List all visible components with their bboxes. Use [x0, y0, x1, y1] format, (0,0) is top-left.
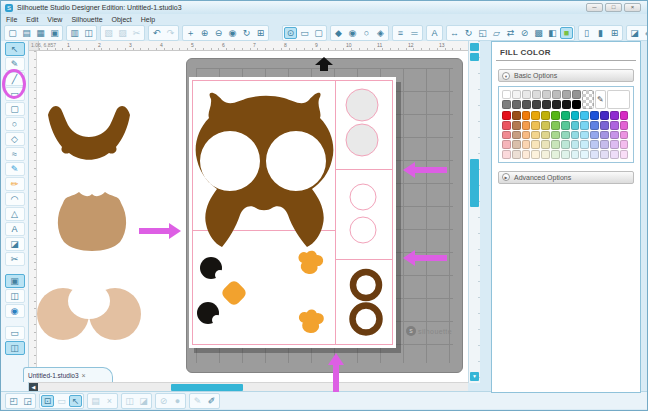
- color-swatch[interactable]: [610, 150, 619, 159]
- color-swatch[interactable]: [561, 140, 570, 149]
- eye-pupil-shapes[interactable]: [197, 257, 225, 325]
- color-swatch[interactable]: [551, 150, 560, 159]
- color-swatch[interactable]: [551, 111, 560, 120]
- eraser-tool-button[interactable]: ◪: [5, 237, 25, 251]
- color-swatch[interactable]: [620, 111, 629, 120]
- owl-collar-shape[interactable]: [48, 106, 130, 160]
- curve-tool-button[interactable]: ≈: [5, 147, 25, 161]
- paste-button[interactable]: ▨: [116, 27, 129, 39]
- select-mode-button[interactable]: ↖: [69, 395, 82, 407]
- modify-button[interactable]: ⊘: [518, 27, 531, 39]
- pan-button[interactable]: ＋: [184, 27, 197, 39]
- trace-button[interactable]: ▩: [532, 27, 545, 39]
- sphere-tool-button[interactable]: ◉: [346, 27, 359, 39]
- zoom-selection-button[interactable]: ◉: [226, 27, 239, 39]
- color-swatch[interactable]: [512, 140, 521, 149]
- vertical-scrollbar-thumb[interactable]: [470, 159, 479, 207]
- color-swatch[interactable]: [580, 121, 589, 130]
- menu-item-file[interactable]: File: [6, 16, 17, 23]
- save-as-button[interactable]: ▣: [48, 27, 61, 39]
- color-swatch[interactable]: [580, 150, 589, 159]
- transform-button[interactable]: ↔: [448, 27, 461, 39]
- owl-wings-shape[interactable]: [37, 283, 141, 340]
- color-swatch[interactable]: [561, 111, 570, 120]
- fill-color-button[interactable]: ■: [560, 27, 573, 39]
- color-swatch[interactable]: [512, 90, 521, 99]
- color-swatch[interactable]: [571, 121, 580, 130]
- color-swatch[interactable]: [542, 90, 551, 99]
- eraser-toolbar-button[interactable]: ◪: [628, 27, 641, 39]
- duplicate-button[interactable]: ▤: [89, 395, 102, 407]
- weld-button[interactable]: ⊘: [157, 395, 170, 407]
- rounded-rectangle-tool-button[interactable]: ▢: [5, 102, 25, 116]
- line-tool-button[interactable]: ╱: [5, 72, 25, 86]
- color-swatch[interactable]: [571, 150, 580, 159]
- attach-tool-button[interactable]: ✐: [205, 395, 218, 407]
- color-swatch[interactable]: [552, 90, 561, 99]
- color-swatch[interactable]: [561, 121, 570, 130]
- color-swatch[interactable]: [531, 131, 540, 140]
- color-swatch[interactable]: [502, 100, 511, 109]
- eye-backing-circles[interactable]: [350, 184, 376, 243]
- color-swatch[interactable]: [600, 150, 609, 159]
- polygon-tool-button[interactable]: ◇: [5, 132, 25, 146]
- mirror-button[interactable]: ⇄: [504, 27, 517, 39]
- color-swatch[interactable]: [522, 131, 531, 140]
- zoom-out-button[interactable]: ⊖: [212, 27, 225, 39]
- no-fill-swatch[interactable]: [607, 90, 630, 109]
- vertical-scrollbar[interactable]: ▼: [468, 41, 480, 383]
- color-swatch[interactable]: [522, 111, 531, 120]
- color-swatch[interactable]: [512, 131, 521, 140]
- fit-to-page-button[interactable]: ⊞: [254, 27, 267, 39]
- menu-item-object[interactable]: Object: [112, 16, 132, 23]
- color-swatch[interactable]: [571, 140, 580, 149]
- color-swatch[interactable]: [522, 140, 531, 149]
- shear-button[interactable]: ▱: [490, 27, 503, 39]
- open-document-button[interactable]: ▤: [20, 27, 33, 39]
- color-swatch[interactable]: [561, 131, 570, 140]
- color-swatch[interactable]: [600, 111, 609, 120]
- horizontal-scrollbar-thumb[interactable]: [171, 384, 243, 391]
- color-swatch[interactable]: [551, 140, 560, 149]
- color-swatch[interactable]: [610, 131, 619, 140]
- color-swatch[interactable]: [590, 140, 599, 149]
- color-swatch[interactable]: [502, 131, 511, 140]
- rectangle-tool-button[interactable]: ▭: [5, 87, 25, 101]
- close-button[interactable]: ×: [624, 3, 641, 12]
- color-swatch[interactable]: [620, 150, 629, 159]
- knife-tool-button[interactable]: ✂: [5, 252, 25, 266]
- color-swatch[interactable]: [572, 100, 581, 109]
- resize-drawing-area-button[interactable]: ◰: [7, 395, 20, 407]
- color-swatch[interactable]: [590, 150, 599, 159]
- basic-options-header[interactable]: ▼ Basic Options: [498, 69, 634, 82]
- color-swatch[interactable]: [580, 140, 589, 149]
- redo-button[interactable]: ↷: [164, 27, 177, 39]
- smooth-freehand-tool-button[interactable]: ✏: [5, 177, 25, 191]
- color-swatch[interactable]: [620, 131, 629, 140]
- cut-settings-button[interactable]: ▯: [580, 27, 593, 39]
- text-style-button[interactable]: A: [428, 27, 441, 39]
- rotate-view-button[interactable]: ↻: [240, 27, 253, 39]
- undo-button[interactable]: ↶: [150, 27, 163, 39]
- advanced-options-header[interactable]: ▶ Advanced Options: [498, 171, 634, 184]
- color-swatch[interactable]: [541, 111, 550, 120]
- convert-to-path-button[interactable]: ◆: [332, 27, 345, 39]
- regular-polygon-tool-button[interactable]: △: [5, 207, 25, 221]
- cut-preview-button[interactable]: ▮: [594, 27, 607, 39]
- color-swatch[interactable]: [571, 131, 580, 140]
- color-swatch[interactable]: [512, 150, 521, 159]
- color-swatch[interactable]: [541, 131, 550, 140]
- color-swatch[interactable]: [590, 131, 599, 140]
- rotate-button[interactable]: ↻: [462, 27, 475, 39]
- foot-shape[interactable]: [298, 308, 325, 334]
- color-swatch[interactable]: [512, 121, 521, 130]
- color-swatch[interactable]: [531, 150, 540, 159]
- beak-shape[interactable]: [220, 279, 248, 307]
- delete-button[interactable]: ×: [103, 395, 116, 407]
- collapse-icon[interactable]: ▼: [502, 72, 510, 80]
- color-swatch[interactable]: [620, 121, 629, 130]
- color-swatch[interactable]: [532, 100, 541, 109]
- eyedropper-swatch[interactable]: ✎: [595, 90, 607, 109]
- grid-settings-button[interactable]: ⊞: [608, 27, 621, 39]
- color-swatch[interactable]: [502, 140, 511, 149]
